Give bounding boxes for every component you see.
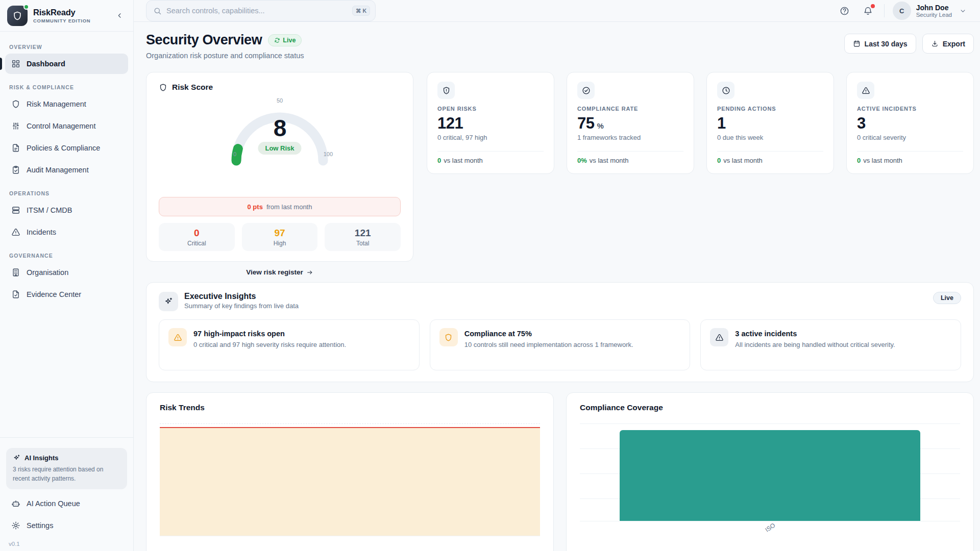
insight-active-incidents[interactable]: 3 active incidents All incidents are bei…	[700, 319, 961, 370]
sidebar-item-evidence-center[interactable]: Evidence Center	[5, 284, 128, 305]
user-menu[interactable]: C John Doe Security Lead	[893, 2, 967, 20]
clock-icon	[717, 82, 734, 99]
help-button[interactable]	[837, 3, 852, 18]
kpi-delta-suffix: vs last month	[723, 157, 763, 164]
kpi-value: 1	[717, 114, 726, 133]
avatar: C	[893, 2, 911, 20]
sidebar-header: RiskReady COMMUNITY EDITION	[0, 0, 133, 32]
kpi-pending-actions[interactable]: PENDING ACTIONS 1 0 due this week 0vs la…	[706, 72, 834, 174]
insight-compliance[interactable]: Compliance at 75% 10 controls still need…	[430, 319, 691, 370]
kpi-delta-suffix: vs last month	[590, 157, 629, 164]
nav-section-operations: OPERATIONS	[9, 190, 124, 196]
insight-text: 97 high-impact risks open 0 critical and…	[193, 328, 346, 362]
search-input[interactable]	[166, 7, 348, 15]
insight-title: 3 active incidents	[735, 328, 895, 338]
compliance-bar-iso[interactable]	[620, 430, 920, 521]
sidebar-item-settings[interactable]: Settings	[5, 515, 128, 536]
risk-trends-area-series	[160, 427, 540, 536]
sidebar-item-dashboard[interactable]: Dashboard	[5, 54, 128, 74]
file-text-icon	[11, 143, 20, 153]
sidebar-item-organisation[interactable]: Organisation	[5, 262, 128, 283]
stat-total[interactable]: 121 Total	[325, 223, 401, 251]
dashboard-content: Security Overview Live Organization risk…	[134, 22, 980, 551]
user-name: John Doe	[916, 4, 952, 12]
arrow-right-icon	[306, 269, 313, 276]
sidebar-item-label: Risk Management	[27, 100, 86, 108]
view-risk-register-link[interactable]: View risk register	[146, 268, 413, 276]
stat-label: Total	[325, 240, 401, 247]
kpi-open-risks[interactable]: OPEN RISKS 121 0 critical, 97 high 0vs l…	[427, 72, 554, 174]
kpi-compliance-rate[interactable]: COMPLIANCE RATE 75% 1 frameworks tracked…	[567, 72, 694, 174]
kpi-footer: 0vs last month	[857, 151, 963, 164]
date-range-label: Last 30 days	[865, 40, 908, 48]
kpi-subtitle: 0 critical severity	[857, 134, 963, 141]
export-button[interactable]: Export	[922, 34, 974, 54]
sidebar-item-label: Evidence Center	[27, 290, 81, 298]
gauge-mid-label: 50	[224, 97, 336, 104]
insight-text: 3 active incidents All incidents are bei…	[735, 328, 895, 362]
ai-insights-box[interactable]: AI Insights 3 risks require attention ba…	[6, 448, 127, 489]
kpi-label: PENDING ACTIONS	[717, 106, 823, 112]
executive-insights-panel: Executive Insights Summary of key findin…	[146, 282, 974, 382]
sidebar-item-incidents[interactable]: Incidents	[5, 222, 128, 242]
gridline	[160, 536, 540, 536]
risk-delta-alert: 0 pts from last month	[159, 197, 401, 216]
sidebar-item-control-management[interactable]: Control Management	[5, 116, 128, 136]
risk-trends-card: Risk Trends	[146, 392, 554, 551]
sidebar-nav: OVERVIEW Dashboard RISK & COMPLIANCE Ris…	[0, 32, 133, 306]
sidebar-collapse-button[interactable]	[113, 9, 126, 22]
sidebar-item-audit-management[interactable]: Audit Management	[5, 160, 128, 180]
page-title: Security Overview	[146, 32, 262, 48]
sidebar-item-label: Incidents	[27, 228, 56, 236]
shield-icon	[439, 328, 458, 346]
sidebar-item-risk-management[interactable]: Risk Management	[5, 94, 128, 114]
risk-score-value: 8	[224, 114, 336, 142]
insights-title: Executive Insights	[184, 292, 299, 301]
grid-icon	[11, 59, 20, 68]
risk-delta-value: 0 pts	[248, 203, 263, 211]
risk-score-title: Risk Score	[172, 83, 213, 92]
ai-insights-title: AI Insights	[24, 454, 58, 462]
insights-live-badge: Live	[933, 292, 961, 304]
notifications-button[interactable]	[861, 3, 876, 18]
stat-critical[interactable]: 0 Critical	[159, 223, 235, 251]
sidebar-item-itsm-cmdb[interactable]: ITSM / CMDB	[5, 200, 128, 220]
chevron-down-icon	[959, 7, 967, 15]
insight-high-impact-risks[interactable]: 97 high-impact risks open 0 critical and…	[159, 319, 420, 370]
app-logo	[7, 6, 28, 26]
sidebar-item-policies-compliance[interactable]: Policies & Compliance	[5, 138, 128, 158]
kpi-delta: 0	[857, 157, 861, 164]
date-range-button[interactable]: Last 30 days	[844, 34, 916, 54]
kpi-footer: 0%vs last month	[577, 151, 683, 164]
compliance-coverage-card: Compliance Coverage ISO	[566, 392, 974, 551]
kpi-active-incidents[interactable]: ACTIVE INCIDENTS 3 0 critical severity 0…	[846, 72, 974, 174]
stat-value: 0	[159, 228, 235, 239]
insights-subtitle: Summary of key findings from live data	[184, 302, 299, 310]
alert-triangle-icon	[857, 82, 874, 99]
gear-icon	[11, 521, 20, 530]
search-box[interactable]: ⌘ K	[146, 0, 376, 21]
stat-high[interactable]: 97 High	[242, 223, 318, 251]
page-subtitle: Organization risk posture and compliance…	[146, 52, 304, 60]
kpi-footer: 0vs last month	[437, 151, 544, 164]
sidebar-item-label: AI Action Queue	[27, 499, 80, 508]
kpi-grid: OPEN RISKS 121 0 critical, 97 high 0vs l…	[427, 72, 974, 174]
kpi-delta-suffix: vs last month	[863, 157, 902, 164]
gauge-min-label: 0	[233, 151, 236, 157]
nav-section-governance: GOVERNANCE	[9, 253, 124, 259]
sidebar-item-ai-action-queue[interactable]: AI Action Queue	[5, 493, 128, 514]
kpi-value: 121	[437, 114, 463, 133]
charts-row: Risk Trends Compliance Coverage	[146, 392, 974, 551]
alert-triangle-icon	[710, 328, 728, 346]
insights-title-block: Executive Insights Summary of key findin…	[184, 292, 299, 310]
sliders-icon	[11, 121, 20, 131]
shield-icon	[11, 99, 20, 109]
page-header: Security Overview Live Organization risk…	[146, 32, 974, 60]
kpi-row: Risk Score 50 0 100 8 Low Risk	[146, 72, 974, 276]
alert-triangle-icon	[11, 228, 20, 237]
topbar: ⌘ K C John Doe Security Lead	[134, 0, 980, 22]
ai-insights-body: 3 risks require attention based on recen…	[13, 465, 120, 483]
search-shortcut-badge: ⌘ K	[352, 6, 370, 16]
sidebar-footer: AI Insights 3 risks require attention ba…	[0, 437, 133, 551]
risk-stats: 0 Critical 97 High 121 Total	[159, 223, 401, 251]
